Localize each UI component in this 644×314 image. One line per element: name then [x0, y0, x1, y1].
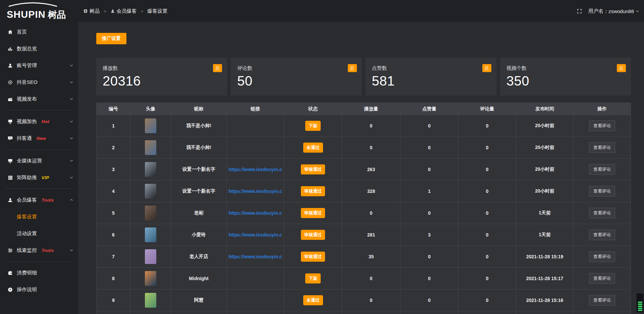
promotion-settings-button[interactable]: 推广设置: [96, 33, 126, 44]
cell-action: 查看评论: [574, 246, 631, 267]
sidebar: SHUPIN 树品 首页 数据总览 账号管理 抖音SEO 视频发布 视频加热 H…: [0, 0, 78, 314]
question-icon: ?: [7, 287, 13, 293]
fullscreen-icon[interactable]: [577, 8, 582, 14]
sidebar-item-activity-settings[interactable]: 活动设置: [0, 225, 78, 242]
sidebar-item-consume-detail[interactable]: 消费明细: [0, 264, 78, 281]
video-link[interactable]: https://www.iesdouyin.c: [228, 210, 282, 216]
cell-comments: 0: [459, 159, 516, 180]
sidebar-item-account-management[interactable]: 账号管理: [0, 57, 78, 74]
floating-widget[interactable]: [636, 293, 644, 313]
sidebar-item-home[interactable]: 首页: [0, 23, 78, 40]
breadcrumb-member-baoke[interactable]: 会员爆客: [110, 8, 137, 14]
view-comments-button[interactable]: 查看评论: [589, 208, 615, 218]
sidebar-item-baoke-settings[interactable]: 爆客设置: [0, 208, 78, 225]
cell-id: 4: [97, 180, 130, 202]
sidebar-item-operation-guide[interactable]: ? 操作说明: [0, 281, 78, 298]
cell-link: https://www.iesdouyin.c: [227, 224, 284, 246]
video-link[interactable]: https://www.iesdouyin.c: [228, 254, 282, 259]
view-comments-button[interactable]: 查看评论: [589, 164, 615, 175]
sidebar-item-label: 操作说明: [17, 286, 37, 293]
indicator-bar: [638, 308, 642, 309]
sidebar-item-member-baoke[interactable]: 会员爆客 Tools: [0, 192, 78, 208]
cell-plays: 35: [342, 246, 400, 267]
sidebar-item-label: 矩阵助推: [17, 174, 37, 181]
cell-comments: [459, 311, 516, 314]
chevron-up-icon[interactable]: [69, 198, 73, 202]
sidebar-divider: [5, 149, 73, 150]
avatar: [145, 293, 156, 308]
avatar: [145, 184, 156, 199]
chat-icon: [7, 136, 13, 141]
cell-nickname: 我不是小帅!: [171, 115, 227, 137]
logo-text-en: SHUPIN: [7, 10, 46, 19]
sidebar-item-matrix-boost[interactable]: 矩阵助推 VIP: [0, 169, 78, 186]
video-link[interactable]: https://www.iesdouyin.c: [228, 232, 282, 238]
sidebar-item-video-heat[interactable]: 视频加热 Hot: [0, 113, 78, 130]
breadcrumb-label: 树品: [90, 8, 100, 14]
sidebar-item-label: 消费明细: [17, 270, 37, 276]
cell-action: 查看评论: [574, 115, 631, 137]
chevron-down-icon[interactable]: [69, 97, 73, 101]
cell-avatar: [130, 224, 171, 246]
stat-card: 点赞数 581 总: [366, 58, 496, 96]
avatar: [145, 206, 156, 220]
sidebar-item-douketong[interactable]: 抖客通 New: [0, 130, 78, 147]
user-menu[interactable]: 用户名： zswodun88: [588, 8, 639, 14]
cell-nickname: 阿慧: [171, 290, 227, 311]
view-comments-button[interactable]: 查看评论: [589, 229, 615, 240]
cell-id: [97, 311, 130, 314]
cell-likes: [400, 311, 459, 314]
cell-avatar: [130, 180, 171, 202]
stat-value: 350: [506, 73, 631, 89]
view-comments-button[interactable]: 查看评论: [589, 295, 615, 306]
column-header: 播放量: [342, 103, 400, 115]
sidebar-item-label: 活动设置: [17, 230, 37, 237]
cell-action: 查看评论: [574, 224, 631, 246]
chevron-down-icon[interactable]: [69, 119, 73, 123]
view-comments-button[interactable]: 查看评论: [589, 186, 615, 197]
chevron-down-icon[interactable]: [69, 80, 73, 84]
cell-comments: 0: [459, 180, 516, 202]
sidebar-item-clue-monitor[interactable]: 线索监控 Tools: [0, 242, 78, 259]
stat-card: 视频个数 350 总: [500, 58, 631, 96]
view-comments-button[interactable]: 查看评论: [589, 120, 615, 131]
total-badge: 总: [482, 64, 491, 72]
sliders-icon: [7, 248, 13, 253]
view-comments-button[interactable]: 查看评论: [589, 142, 615, 153]
cell-comments: 0: [459, 224, 516, 246]
topbar: 树品 > 会员爆客 > 爆客设置 用户名： zswodun88: [78, 0, 644, 22]
chevron-down-icon[interactable]: [69, 248, 73, 252]
cell-avatar: [130, 290, 171, 311]
sidebar-item-video-publish[interactable]: 视频发布: [0, 91, 78, 107]
chevron-down-icon[interactable]: [69, 159, 73, 163]
video-link[interactable]: https://www.iesdouyin.c: [228, 189, 282, 194]
status-badge: 审核通过: [301, 208, 325, 218]
cell-action: 查看评论: [574, 159, 631, 180]
cell-link: https://www.iesdouyin.c: [227, 202, 284, 224]
breadcrumb-label: 爆客设置: [147, 8, 167, 14]
chevron-down-icon[interactable]: [69, 175, 73, 179]
sidebar-item-media-operation[interactable]: 全媒体运营: [0, 152, 78, 169]
total-badge: 总: [348, 64, 357, 72]
cell-comments: 0: [459, 268, 516, 289]
video-link[interactable]: https://www.iesdouyin.c: [228, 167, 282, 172]
view-comments-button[interactable]: 查看评论: [589, 273, 615, 284]
sidebar-item-data-overview[interactable]: 数据总览: [0, 40, 78, 57]
breadcrumb-baoke-settings[interactable]: 爆客设置: [147, 8, 167, 14]
cell-status: 审核通过: [284, 159, 342, 180]
view-comments-button[interactable]: 查看评论: [589, 251, 615, 262]
chevron-down-icon[interactable]: [69, 136, 73, 140]
cell-status: [284, 311, 342, 314]
breadcrumb-shupin[interactable]: 树品: [83, 8, 100, 14]
cell-plays: 328: [342, 180, 400, 202]
main-content: 推广设置 播放数 20316 总 评论数 50 总 点赞数 581 总 视频个数…: [78, 22, 644, 314]
cell-likes: 0: [400, 290, 459, 311]
column-header: 编号: [97, 103, 130, 115]
topbar-right: 用户名： zswodun88: [577, 8, 639, 14]
sidebar-item-douyin-seo[interactable]: 抖音SEO: [0, 74, 78, 91]
total-badge: 总: [617, 64, 626, 72]
sidebar-item-label: 首页: [17, 29, 27, 35]
indicator-bar: [638, 304, 642, 305]
total-badge: 总: [213, 64, 222, 72]
chevron-down-icon[interactable]: [69, 63, 73, 67]
